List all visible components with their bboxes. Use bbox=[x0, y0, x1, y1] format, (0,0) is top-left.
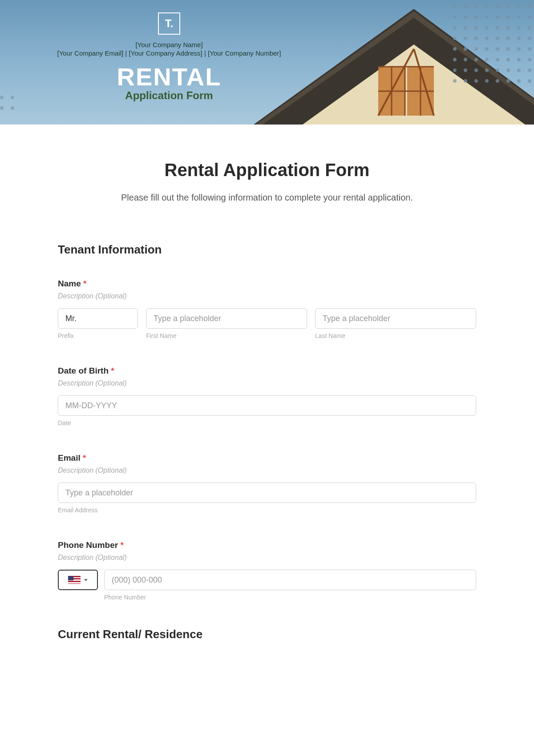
section-current-heading: Current Rental/ Residence bbox=[58, 627, 476, 641]
field-phone: Phone Number * Description (Optional) Ph… bbox=[58, 540, 476, 601]
page-subtitle: Please fill out the following informatio… bbox=[58, 193, 476, 203]
country-code-select[interactable] bbox=[58, 570, 98, 590]
phone-label: Phone Number * bbox=[58, 540, 476, 550]
dots-left bbox=[0, 96, 17, 113]
dots-top-right bbox=[453, 4, 534, 85]
logo-text: T. bbox=[165, 17, 174, 30]
logo-box: T. bbox=[158, 12, 180, 35]
chevron-down-icon bbox=[84, 579, 88, 581]
prefix-sublabel: Prefix bbox=[58, 332, 138, 339]
section-tenant-heading: Tenant Information bbox=[58, 243, 476, 257]
last-name-input[interactable] bbox=[315, 308, 476, 329]
last-name-sublabel: Last Name bbox=[315, 332, 476, 339]
phone-sublabel: Phone Number bbox=[104, 594, 476, 601]
name-desc: Description (Optional) bbox=[58, 292, 476, 300]
dob-sublabel: Date bbox=[58, 419, 476, 426]
banner-content: T. [Your Company Name] [Your Company Ema… bbox=[27, 12, 312, 102]
dob-label-text: Date of Birth bbox=[58, 366, 109, 375]
company-name: [Your Company Name] bbox=[27, 41, 312, 48]
form-container: Rental Application Form Please fill out … bbox=[0, 125, 534, 681]
email-desc: Description (Optional) bbox=[58, 466, 476, 475]
required-marker: * bbox=[83, 453, 86, 462]
first-name-sublabel: First Name bbox=[146, 332, 307, 339]
phone-label-text: Phone Number bbox=[58, 540, 118, 550]
dob-input[interactable] bbox=[58, 395, 476, 416]
dob-label: Date of Birth * bbox=[58, 366, 476, 376]
required-marker: * bbox=[120, 540, 123, 550]
phone-desc: Description (Optional) bbox=[58, 554, 476, 562]
us-flag-icon bbox=[68, 576, 81, 584]
email-sublabel: Email Address bbox=[58, 507, 476, 514]
banner-subtitle: Application Form bbox=[27, 89, 312, 102]
field-dob: Date of Birth * Description (Optional) D… bbox=[58, 366, 476, 426]
phone-input[interactable] bbox=[104, 570, 476, 590]
required-marker: * bbox=[83, 279, 86, 288]
email-label-text: Email bbox=[58, 453, 81, 462]
email-label: Email * bbox=[58, 453, 476, 463]
name-label: Name * bbox=[58, 279, 476, 289]
name-label-text: Name bbox=[58, 279, 81, 288]
required-marker: * bbox=[111, 366, 114, 375]
prefix-input[interactable] bbox=[58, 308, 138, 329]
page-title: Rental Application Form bbox=[58, 160, 476, 180]
banner-title: RENTAL bbox=[27, 62, 312, 91]
company-contact: [Your Company Email] | [Your Company Add… bbox=[27, 49, 312, 57]
email-input[interactable] bbox=[58, 483, 476, 503]
field-name: Name * Description (Optional) Prefix Fir… bbox=[58, 279, 476, 339]
field-email: Email * Description (Optional) Email Add… bbox=[58, 453, 476, 514]
first-name-input[interactable] bbox=[146, 308, 307, 329]
dob-desc: Description (Optional) bbox=[58, 379, 476, 387]
